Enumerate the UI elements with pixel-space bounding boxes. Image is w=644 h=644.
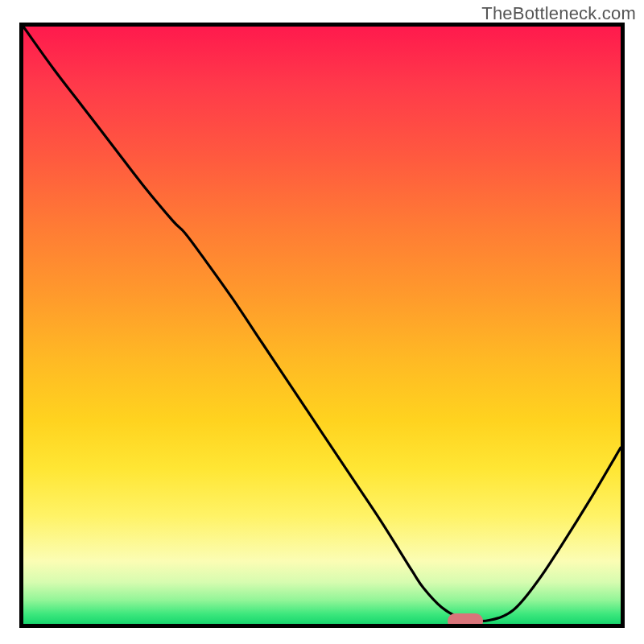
plot-area: [19, 23, 625, 628]
line-curve: [23, 27, 621, 624]
min-marker: [448, 613, 484, 628]
watermark-text: TheBottleneck.com: [481, 3, 636, 24]
chart-container: TheBottleneck.com: [0, 0, 644, 644]
